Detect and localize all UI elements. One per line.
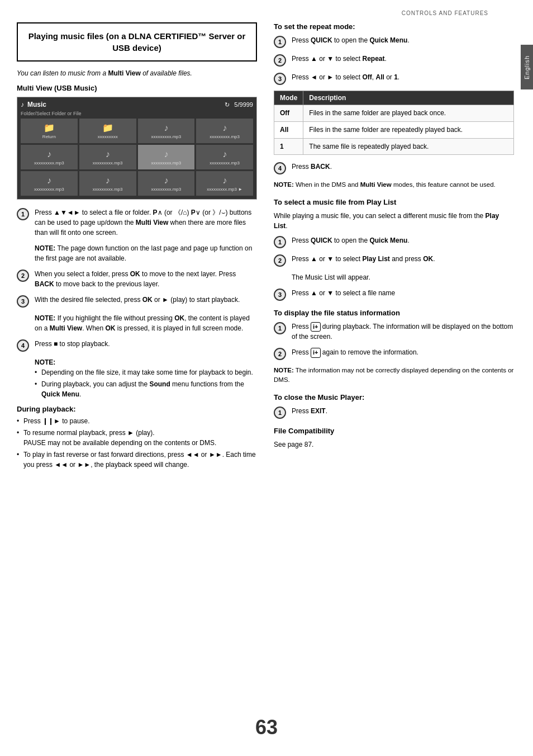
during-bullet-3: To play in fast reverse or fast forward … (17, 450, 257, 470)
mv-refresh-icon: ↻ (225, 101, 230, 108)
right-column: To set the repeat mode: 1 Press QUICK to… (274, 22, 514, 454)
music-note-icon: ♪ (106, 176, 110, 186)
close-player-heading: To close the Music Player: (274, 393, 514, 401)
mv-cell-folder: 📁 Return (21, 119, 78, 143)
mv-cell-label: xxxxxxxxx.mp3 ► (207, 187, 242, 192)
file-compat-text: See page 87. (274, 440, 514, 450)
mv-cell-music9: ♪ xxxxxxxxx.mp3 (138, 171, 195, 196)
desc-cell-all: Files in the same folder are repeatedly … (303, 121, 514, 138)
step-num-2: 2 (17, 270, 29, 282)
mv-cell-label: Return (42, 134, 56, 139)
fs-step-2-content: Press i+ again to remove the information… (292, 347, 514, 358)
r-step-1-content: Press QUICK to open the Quick Menu. (292, 35, 514, 45)
mv-cell-music3: ♪ xxxxxxxxx.mp3 (21, 145, 78, 169)
mv-cell-music5-selected: ♪ xxxxxxxxx.mp3 (138, 145, 195, 169)
multiview-box: ♪ Music ↻ 5/9999 Folder/Select Folder or… (17, 97, 257, 200)
music-note-icon: ♪ (164, 149, 168, 159)
pl-step-num-2: 2 (274, 254, 286, 267)
playlist-note-text: The Music List will appear. (292, 272, 514, 282)
cp-step-num-1: 1 (274, 407, 286, 419)
r-step-4-content: Press BACK. (292, 162, 514, 172)
desc-cell-off: Files in the same folder are played back… (303, 105, 514, 122)
step-3-note: NOTE: If you highlight the file without … (35, 313, 257, 333)
r-step-num-4: 4 (274, 162, 286, 174)
mode-cell-all: All (274, 121, 303, 138)
r-step-num-3: 3 (274, 73, 286, 85)
mv-cell-label: xxxxxxxxx (98, 134, 118, 139)
mv-cell-label: xxxxxxxxx.mp3 (34, 187, 64, 192)
iplus-icon-2: i+ (311, 348, 320, 357)
mv-cell-label: xxxxxxxxx.mp3 (34, 160, 64, 166)
file-compat-heading: File Compatibility (274, 427, 514, 435)
cp-step-1-content: Press EXIT. (292, 406, 514, 416)
mv-cell-music10: ♪ xxxxxxxxx.mp3 ► (196, 171, 253, 196)
music-note-icon: ♪ (47, 149, 51, 159)
pl-step-num-3: 3 (274, 289, 286, 301)
music-note-icon: ♪ (164, 176, 168, 186)
mode-cell-1: 1 (274, 138, 303, 155)
step-1: 1 Press ▲▼◄► to select a file or folder.… (17, 207, 257, 238)
multiview-heading: Multi View (USB Music) (17, 84, 257, 92)
controls-and-features-label: CONTROLS AND FEATURES (402, 10, 488, 16)
mv-counter: 5/9999 (234, 101, 253, 108)
main-title-box: Playing music files (on a DLNA CERTIFIED… (17, 22, 257, 62)
r-step-num-2: 2 (274, 54, 286, 67)
step-1-note: NOTE: The page down function on the last… (35, 243, 257, 263)
mode-cell-off: Off (274, 105, 303, 122)
page: CONTROLS AND FEATURES English Playing mu… (0, 0, 533, 756)
repeat-mode-heading: To set the repeat mode: (274, 22, 514, 31)
iplus-icon-1: i+ (311, 322, 320, 332)
mv-cell-folder2: 📁 xxxxxxxxx (79, 119, 136, 143)
pl-step-1: 1 Press QUICK to open the Quick Menu. (274, 235, 514, 248)
mv-cell-label: xxxxxxxxx.mp3 (151, 134, 181, 139)
music-note-icon: ♪ (222, 176, 227, 186)
music-note-icon: ♪ (222, 123, 227, 133)
mv-grid: 📁 Return 📁 xxxxxxxxx ♪ xxxxxxxxx.mp3 ♪ x… (21, 119, 253, 196)
during-bullet-1: Press ❙❙► to pause. (17, 416, 257, 426)
table-row: Off Files in the same folder are played … (274, 105, 514, 122)
pl-step-1-content: Press QUICK to open the Quick Menu. (292, 235, 514, 245)
fs-step-1: 1 Press i+ during playback. The informat… (274, 322, 514, 342)
file-status-note: NOTE: The information may not be correct… (274, 366, 514, 385)
mv-cell-music7: ♪ xxxxxxxxx.mp3 (21, 171, 78, 196)
mv-cell-label: xxxxxxxxx.mp3 (93, 160, 123, 166)
language-tab: English (521, 45, 533, 89)
during-playback-heading: During playback: (17, 405, 257, 413)
step-3-content: With the desired file selected, press OK… (35, 295, 257, 305)
table-row: All Files in the same folder are repeate… (274, 121, 514, 138)
mv-cell-music6: ♪ xxxxxxxxx.mp3 (196, 145, 253, 169)
pl-step-3-content: Press ▲ or ▼ to select a file name (292, 288, 514, 298)
r-step-1: 1 Press QUICK to open the Quick Menu. (274, 35, 514, 48)
fs-step-num-2: 2 (274, 348, 286, 360)
step-4-content: Press ■ to stop playback. (35, 339, 257, 349)
step-3: 3 With the desired file selected, press … (17, 295, 257, 308)
mv-cell-label: xxxxxxxxx.mp3 (151, 160, 181, 166)
r-step-2: 2 Press ▲ or ▼ to select Repeat. (274, 54, 514, 67)
cp-step-1: 1 Press EXIT. (274, 406, 514, 419)
music-note-icon: ♪ (106, 149, 110, 159)
note-bullets: Depending on the file size, it may take … (35, 367, 257, 399)
desc-cell-1: The same file is repeatedly played back. (303, 138, 514, 155)
r-step-3: 3 Press ◄ or ► to select Off, All or 1. (274, 72, 514, 85)
step-2: 2 When you select a folder, press OK to … (17, 269, 257, 289)
note-section: NOTE: Depending on the file size, it may… (35, 357, 257, 399)
folder-icon: 📁 (102, 122, 113, 133)
r-step-4: 4 Press BACK. (274, 162, 514, 174)
step-num-1: 1 (17, 208, 29, 220)
mv-cell-music4: ♪ xxxxxxxxx.mp3 (79, 145, 136, 169)
pl-step-num-1: 1 (274, 236, 286, 248)
step-num-3: 3 (17, 295, 29, 308)
repeat-note: NOTE: When in the DMS and Multi View mod… (274, 180, 514, 190)
note-bullet-1: Depending on the file size, it may take … (35, 367, 257, 377)
mv-header: ♪ Music ↻ 5/9999 (21, 101, 253, 108)
table-row: 1 The same file is repeatedly played bac… (274, 138, 514, 155)
file-status-heading: To display the file status information (274, 309, 514, 317)
mv-cell-music8: ♪ xxxxxxxxx.mp3 (79, 171, 136, 196)
table-header-description: Description (303, 91, 514, 105)
mv-title-text: Music (27, 101, 46, 108)
playlist-heading: To select a music file from Play List (274, 198, 514, 206)
main-title: Playing music files (on a DLNA CERTIFIED… (27, 30, 247, 54)
pl-step-2-content: Press ▲ or ▼ to select Play List and pre… (292, 254, 514, 264)
mv-cell-music2: ♪ xxxxxxxxx.mp3 (196, 119, 253, 143)
music-icon: ♪ (21, 101, 24, 108)
